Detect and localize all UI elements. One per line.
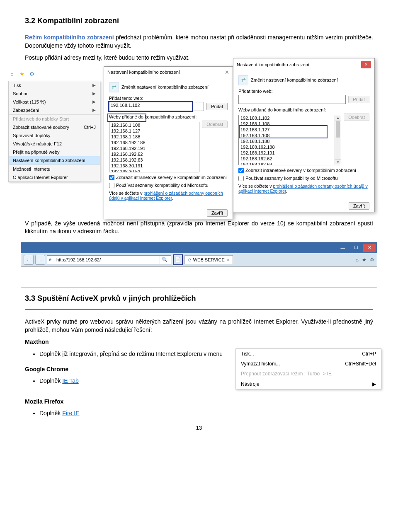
list-item[interactable]: 192.168.1.102: [239, 115, 341, 121]
chk-intranet[interactable]: Zobrazit intranetové servery v kompatibi…: [238, 168, 369, 173]
list-label: Weby přidané do kompatibilního zobrazení…: [238, 107, 369, 112]
close-button[interactable]: Zavřít: [207, 209, 228, 217]
compat-icon: ⇄: [109, 82, 119, 92]
scroll-down-icon[interactable]: ▼: [335, 159, 341, 165]
add-site-input[interactable]: [238, 95, 346, 104]
favorites-icon[interactable]: ★: [362, 257, 366, 263]
dialog-title: Nastavení kompatibilního zobrazení: [107, 70, 180, 75]
scrollbar[interactable]: ▲▼: [335, 115, 341, 165]
list-item[interactable]: 192.168.1.188: [239, 138, 341, 144]
back-icon[interactable]: ←: [24, 255, 34, 265]
menu-item[interactable]: Tisk...Ctrl+P: [236, 349, 381, 359]
scroll-thumb[interactable]: [336, 121, 340, 138]
add-button[interactable]: Přidat: [348, 96, 369, 103]
menu-item[interactable]: Nastavení kompatibilního zobrazení: [9, 156, 100, 164]
menu-item[interactable]: Nástroje▶: [236, 379, 381, 389]
remove-button[interactable]: Odebrat: [344, 114, 369, 121]
compat-dialog-1: Nastavení kompatibilního zobrazení✕ ⇄Změ…: [104, 66, 233, 219]
tab-title: WEB SERVICE: [193, 257, 225, 262]
fireie-link[interactable]: Fire IE: [62, 410, 79, 416]
page-number: 13: [25, 425, 373, 431]
submenu-arrow-icon: ▶: [92, 99, 96, 104]
list-item[interactable]: 192.168.1.127: [109, 128, 199, 134]
ietab-link[interactable]: IE Tab: [62, 377, 78, 384]
firefox-li: Doplněk Fire IE: [39, 410, 373, 416]
home-icon[interactable]: ⌂: [356, 257, 359, 263]
list-item[interactable]: 192.168.30.52: [109, 169, 199, 172]
menu-item[interactable]: Vývojářské nástroje F12: [9, 140, 100, 148]
menu-item[interactable]: Vymazat historii...Ctrl+Shift+Del: [236, 359, 381, 369]
remove-button[interactable]: Odebrat: [202, 121, 228, 128]
ie-icon: e: [188, 257, 191, 263]
chk-mslist[interactable]: Používat seznamy kompatibility od Micros…: [238, 176, 369, 181]
minimize-icon[interactable]: —: [337, 244, 349, 252]
list-item[interactable]: 192.168.192.188: [109, 140, 199, 145]
scroll-up-icon[interactable]: ▲: [335, 115, 341, 121]
submenu-arrow-icon: ▶: [92, 91, 96, 96]
maxthon-heading: Maxthon: [25, 338, 373, 346]
gear-icon[interactable]: ⚙: [28, 70, 36, 78]
window-close-icon[interactable]: ✕: [363, 244, 376, 252]
ie-tools-icons: ⌂ ★ ⚙: [8, 70, 36, 78]
list-item[interactable]: 192.168.192.188: [239, 144, 341, 150]
chk-mslist[interactable]: Používat seznamy kompatibility od Micros…: [109, 183, 228, 188]
compat-icon: ⇄: [238, 75, 248, 85]
tab-close-icon[interactable]: ×: [227, 257, 229, 262]
maximize-icon[interactable]: ☐: [350, 244, 362, 252]
list-item[interactable]: 192.168.192.63: [109, 157, 199, 163]
firefox-heading: Mozila Firefox: [25, 398, 373, 406]
forward-icon[interactable]: →: [35, 255, 45, 265]
list-item[interactable]: 192.168.1.188: [109, 134, 199, 140]
search-icon[interactable]: 🔍: [160, 256, 169, 264]
url-text: http://192.168.192.62/: [56, 257, 158, 262]
dialog-x-icon[interactable]: ✕: [225, 69, 229, 75]
submenu-arrow-icon: ▶: [372, 381, 376, 387]
menu-item[interactable]: Přidat web do nabídky Start: [9, 114, 100, 123]
privacy-info: Více se dočtete v prohlášení o zásadách …: [109, 191, 228, 201]
list-item[interactable]: 192.168.192.63: [239, 162, 341, 165]
home-icon[interactable]: ⌂: [8, 70, 16, 78]
add-button[interactable]: Přidat: [206, 103, 228, 110]
gear-icon[interactable]: ⚙: [370, 257, 374, 263]
favorites-icon[interactable]: ★: [18, 70, 26, 78]
sec33-p1: ActiveX prvky nutné pro webovou správu n…: [25, 318, 373, 334]
list-item[interactable]: 192.168.30.191: [109, 163, 199, 169]
compat-dialog-2: Nastavení kompatibilního zobrazení✕ ⇄Změ…: [233, 58, 375, 212]
add-label: Přidat tento web:: [109, 96, 228, 101]
page-icon: e: [49, 257, 55, 263]
sites-listbox-2[interactable]: 192.168.1.102192.168.1.108192.168.1.1271…: [238, 115, 341, 165]
list-item[interactable]: 192.168.1.108: [109, 122, 199, 128]
submenu-arrow-icon: ▶: [92, 108, 96, 112]
close-button[interactable]: Zavřít: [349, 202, 369, 210]
menu-item[interactable]: Možnosti Internetu: [9, 164, 100, 173]
dialog-subtitle: Změnit nastavení kompatibilního zobrazen…: [251, 77, 338, 82]
menu-item[interactable]: Velikost (115 %)▶: [9, 98, 100, 106]
list-item[interactable]: 192.168.192.62: [239, 156, 341, 162]
compat-view-icon[interactable]: 📄: [173, 254, 183, 265]
dialog-subtitle: Změnit nastavení kompatibilního zobrazen…: [121, 85, 209, 89]
sites-listbox-1[interactable]: 192.168.1.108192.168.1.127192.168.1.1881…: [109, 122, 199, 172]
browser-tab[interactable]: e WEB SERVICE ×: [184, 255, 233, 264]
ie-tools-menu: Tisk▶Soubor▶Velikost (115 %)▶Zabezpečení…: [8, 81, 100, 182]
menu-item[interactable]: Soubor▶: [9, 89, 100, 98]
menu-item[interactable]: Zabezpečení▶: [9, 106, 100, 114]
sec33-title: 3.3 Spuštění ActiveX prvků v jiných proh…: [25, 294, 373, 303]
ie-addressbar-shot: — ☐ ✕ ← → e http://192.168.192.62/ 🔍 📄 e…: [21, 242, 377, 288]
list-item[interactable]: 192.168.192.191: [109, 145, 199, 151]
list-item[interactable]: 192.168.192.62: [109, 151, 199, 157]
menu-item[interactable]: Spravovat doplňky: [9, 131, 100, 140]
sec32-p1: Režim kompatibilního zobrazení předchází…: [25, 34, 373, 50]
chk-intranet[interactable]: Zobrazit intranetové servery v kompatibi…: [109, 175, 228, 180]
add-label: Přidat tento web:: [238, 89, 369, 94]
menu-item[interactable]: Tisk▶: [9, 81, 100, 89]
sec32-p3: V případě, že výše uvedená možnost není …: [25, 220, 373, 236]
menu-item[interactable]: Přejít na připnuté weby: [9, 148, 100, 156]
dialog-title: Nastavení kompatibilního zobrazení: [237, 62, 309, 67]
compat-screenshots: ⌂ ★ ⚙ Tisk▶Soubor▶Velikost (115 %)▶Zabez…: [8, 66, 390, 215]
menu-item[interactable]: Zobrazit stahované souboryCtrl+J: [9, 123, 100, 131]
maxthon-menu: Tisk...Ctrl+PVymazat historii...Ctrl+Shi…: [235, 348, 381, 389]
address-bar[interactable]: e http://192.168.192.62/ 🔍: [47, 255, 171, 264]
menu-item[interactable]: O aplikaci Internet Explorer: [9, 173, 100, 181]
close-icon[interactable]: ✕: [361, 61, 371, 68]
list-item[interactable]: 192.168.192.191: [239, 150, 341, 156]
